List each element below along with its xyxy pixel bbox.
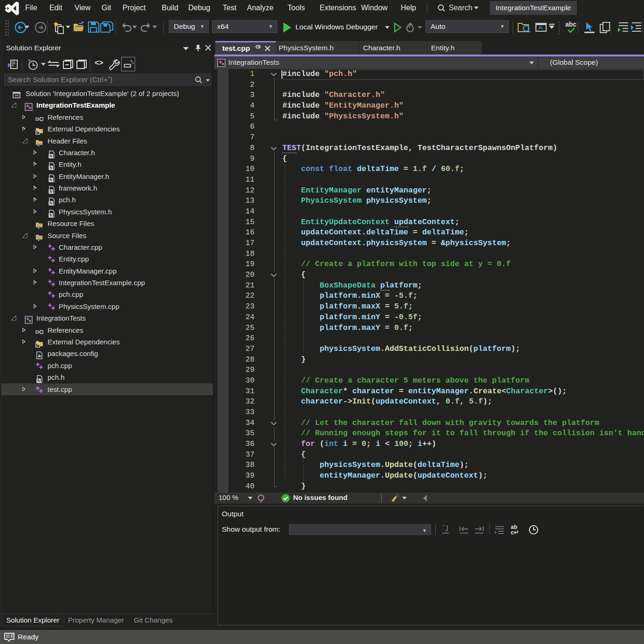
svg-text:h: h — [37, 378, 40, 383]
svg-text:h: h — [49, 213, 52, 218]
svg-text:h: h — [49, 178, 52, 182]
svg-text:h: h — [49, 189, 52, 194]
svg-text:h: h — [49, 154, 52, 158]
svg-text:h: h — [49, 201, 52, 206]
svg-text:h: h — [49, 166, 52, 171]
